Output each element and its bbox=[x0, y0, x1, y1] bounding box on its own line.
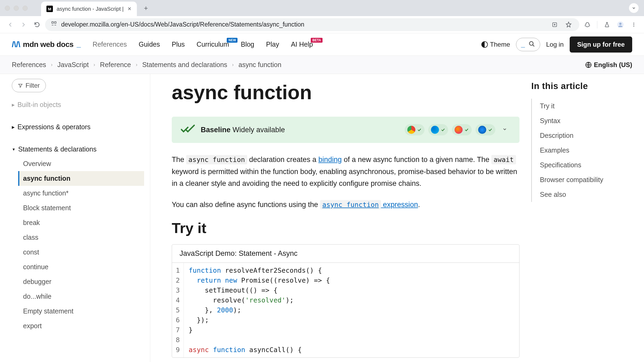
toc-examples[interactable]: Examples bbox=[540, 143, 632, 158]
beta-badge: BETA bbox=[311, 38, 323, 43]
window-controls bbox=[5, 6, 28, 11]
sidebar-item-async-function[interactable]: async function bbox=[18, 171, 144, 186]
locale-switcher[interactable]: English (US) bbox=[585, 61, 632, 69]
svg-rect-1 bbox=[54, 22, 56, 23]
edge-support bbox=[428, 124, 448, 135]
caret-right-icon: ▶ bbox=[12, 125, 15, 129]
caret-down-icon: ▼ bbox=[12, 147, 16, 152]
forward-button[interactable] bbox=[18, 19, 29, 30]
favicon-icon: M bbox=[46, 6, 53, 12]
toc-see-also[interactable]: See also bbox=[540, 187, 632, 202]
sidebar-item-block-statement[interactable]: Block statement bbox=[18, 201, 144, 215]
check-icon bbox=[441, 127, 445, 132]
browser-support-icons bbox=[405, 124, 510, 135]
toc-specifications[interactable]: Specifications bbox=[540, 158, 632, 172]
theme-toggle[interactable]: Theme bbox=[481, 41, 510, 48]
install-app-icon[interactable] bbox=[550, 20, 559, 29]
crumb-javascript[interactable]: JavaScript bbox=[57, 61, 89, 69]
sidebar-item-class[interactable]: class bbox=[18, 230, 144, 245]
sidebar-item-export[interactable]: export bbox=[18, 319, 144, 333]
signup-button[interactable]: Sign up for free bbox=[570, 36, 632, 53]
tree-group-statements[interactable]: ▼Statements & declarations bbox=[12, 142, 144, 156]
code-inline: await bbox=[491, 155, 516, 164]
close-tab-icon[interactable]: ✕ bbox=[127, 6, 131, 12]
sidebar-item-continue[interactable]: continue bbox=[18, 260, 144, 274]
sidebar-item-async-function-star[interactable]: async function* bbox=[18, 186, 144, 201]
close-window[interactable] bbox=[5, 6, 10, 11]
svg-point-8 bbox=[529, 42, 533, 45]
breadcrumb: References › JavaScript › Reference › St… bbox=[12, 61, 281, 69]
crumb-reference[interactable]: Reference bbox=[100, 61, 131, 69]
chrome-support bbox=[405, 124, 425, 135]
sidebar-right: In this article Try it Syntax Descriptio… bbox=[531, 74, 644, 362]
nav-references[interactable]: References bbox=[93, 40, 127, 48]
nav-plus[interactable]: Plus bbox=[172, 40, 185, 48]
code-editor[interactable]: 123456789 function resolveAfter2Seconds(… bbox=[172, 263, 519, 357]
sidebar-left: Filter ▶Built-in objects ▶Expressions & … bbox=[0, 74, 150, 362]
nav-curriculum[interactable]: CurriculumNEW bbox=[197, 40, 229, 48]
toc-title: In this article bbox=[531, 81, 632, 91]
expand-baseline-icon[interactable] bbox=[499, 127, 510, 133]
code-demo-box: JavaScript Demo: Statement - Async 12345… bbox=[172, 244, 519, 358]
sidebar-item-debugger[interactable]: debugger bbox=[18, 274, 144, 289]
svg-point-6 bbox=[633, 24, 634, 25]
tabs-menu-icon[interactable] bbox=[629, 3, 639, 13]
svg-point-5 bbox=[633, 23, 634, 23]
tree-group-builtin[interactable]: ▶Built-in objects bbox=[12, 98, 144, 112]
header-actions: Theme _ Log in Sign up for free bbox=[481, 36, 632, 53]
nav-ai-help[interactable]: AI HelpBETA bbox=[291, 40, 313, 48]
toc-syntax[interactable]: Syntax bbox=[540, 113, 632, 128]
locale-label: English (US) bbox=[594, 61, 632, 69]
edge-icon bbox=[431, 126, 439, 134]
filter-button[interactable]: Filter bbox=[12, 79, 46, 92]
crumb-references[interactable]: References bbox=[12, 61, 46, 69]
logo-underscore-icon: _ bbox=[77, 40, 81, 49]
toc-description[interactable]: Description bbox=[540, 128, 632, 143]
nav-play[interactable]: Play bbox=[266, 40, 279, 48]
nav-blog[interactable]: Blog bbox=[241, 40, 254, 48]
maximize-window[interactable] bbox=[23, 6, 28, 11]
line-numbers: 123456789 bbox=[172, 263, 184, 357]
minimize-window[interactable] bbox=[14, 6, 19, 11]
new-tab-button[interactable]: + bbox=[141, 3, 151, 13]
sidebar-item-do-while[interactable]: do...while bbox=[18, 289, 144, 304]
browser-tab-active[interactable]: M async function - JavaScript | ✕ bbox=[41, 2, 137, 16]
tab-bar: M async function - JavaScript | ✕ + bbox=[0, 0, 644, 16]
nav-guides[interactable]: Guides bbox=[139, 40, 160, 48]
tree-group-expressions[interactable]: ▶Expressions & operators bbox=[12, 120, 144, 134]
logo-mark-icon: /\/\ bbox=[12, 40, 20, 49]
login-link[interactable]: Log in bbox=[546, 41, 564, 48]
crumb-statements[interactable]: Statements and declarations bbox=[142, 61, 227, 69]
code-content: function resolveAfter2Seconds() { return… bbox=[184, 263, 335, 357]
chevron-right-icon: › bbox=[232, 62, 234, 68]
link-async-function-expression[interactable]: async function expression bbox=[320, 201, 418, 209]
demo-title: JavaScript Demo: Statement - Async bbox=[172, 245, 519, 263]
extensions-icon[interactable] bbox=[582, 19, 593, 30]
chevron-right-icon: › bbox=[51, 62, 53, 68]
tab-title: async function - JavaScript | bbox=[57, 6, 124, 12]
reload-button[interactable] bbox=[32, 19, 42, 30]
toc-try-it[interactable]: Try it bbox=[540, 99, 632, 113]
baseline-status-box: Baseline Widely available bbox=[172, 117, 519, 143]
globe-icon bbox=[585, 62, 592, 68]
toc-browser-compat[interactable]: Browser compatibility bbox=[540, 172, 632, 187]
bookmark-icon[interactable] bbox=[564, 20, 573, 29]
sidebar-item-overview[interactable]: Overview bbox=[18, 156, 144, 171]
separator bbox=[597, 21, 597, 28]
labs-icon[interactable] bbox=[602, 19, 612, 30]
browser-chrome: M async function - JavaScript | ✕ + deve… bbox=[0, 0, 644, 33]
link-binding[interactable]: binding bbox=[318, 156, 342, 164]
profile-icon[interactable] bbox=[615, 19, 626, 30]
address-bar[interactable]: developer.mozilla.org/en-US/docs/Web/Jav… bbox=[45, 18, 579, 31]
primary-nav: References Guides Plus CurriculumNEW Blo… bbox=[93, 40, 313, 48]
search-input[interactable]: _ bbox=[516, 38, 540, 51]
mdn-logo[interactable]: /\/\ mdn web docs _ bbox=[12, 40, 81, 49]
menu-icon[interactable] bbox=[628, 19, 639, 30]
sidebar-item-break[interactable]: break bbox=[18, 215, 144, 230]
svg-point-7 bbox=[633, 26, 634, 27]
sidebar-item-empty-statement[interactable]: Empty statement bbox=[18, 304, 144, 319]
sidebar-item-const[interactable]: const bbox=[18, 245, 144, 260]
site-settings-icon[interactable] bbox=[51, 21, 57, 28]
chevron-right-icon: › bbox=[94, 62, 95, 68]
back-button[interactable] bbox=[5, 19, 16, 30]
